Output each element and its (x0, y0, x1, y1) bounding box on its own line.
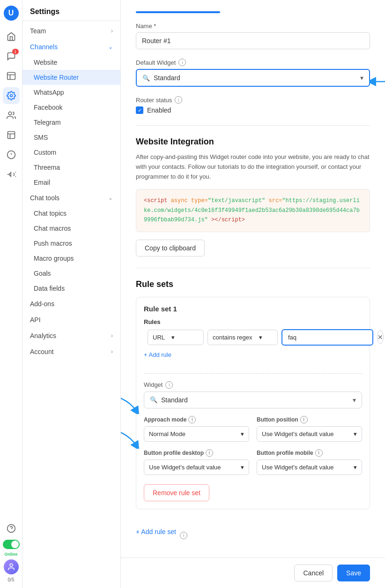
copy-to-clipboard-button[interactable]: Copy to clipboard (136, 240, 205, 256)
sidebar-item-whatsapp[interactable]: WhatsApp (22, 85, 120, 100)
save-button[interactable]: Save (337, 565, 370, 581)
blue-arrow-approach (121, 425, 139, 449)
sidebar-item-goals[interactable]: Goals (22, 266, 120, 281)
add-rule-set-info-icon[interactable]: i (180, 532, 187, 539)
channels-children: Website Website Router WhatsApp Facebook… (22, 55, 120, 190)
remove-rule-set-button[interactable]: Remove rule set (144, 484, 209, 501)
code-tag-close: ></script> (211, 217, 245, 223)
button-profile-mobile-label: Button profile mobile i (257, 449, 362, 457)
nav-megaphone[interactable] (3, 166, 20, 183)
sidebar-item-website-router[interactable]: Website Router (22, 70, 120, 85)
button-profile-desktop-select[interactable]: Use Widget's default value ▾ (144, 460, 249, 475)
approach-mode-label: Approach mode i (144, 416, 249, 423)
approach-mode-info-icon[interactable]: i (188, 416, 196, 423)
chevron-right-icon-analytics: › (111, 332, 113, 339)
divider-1 (136, 125, 370, 126)
sidebar-item-team-label: Team (30, 27, 46, 35)
rule-type-value: URL (153, 334, 165, 341)
dropdown-arrow-widget-select: ▾ (353, 396, 356, 404)
chevron-right-icon-account: › (111, 348, 113, 355)
sidebar-item-sms[interactable]: SMS (22, 130, 120, 145)
nav-ai[interactable] (3, 146, 20, 163)
nav-widget[interactable] (3, 127, 20, 143)
sidebar-item-addons-label: Add-ons (30, 300, 54, 308)
sidebar-item-team[interactable]: Team › (22, 23, 120, 39)
default-widget-select[interactable]: 🔍 Standard ▾ (136, 69, 370, 87)
sidebar-item-chat-macros[interactable]: Chat macros (22, 221, 120, 236)
widget-info-icon[interactable]: i (165, 381, 173, 389)
widget-section: Widget i 🔍 Standard ▾ (144, 381, 362, 475)
button-profile-mobile-select[interactable]: Use Widget's default value ▾ (257, 460, 362, 475)
help-button[interactable] (3, 520, 20, 537)
rule-condition-value: contains regex (213, 334, 252, 341)
rule-row-1: URL ▾ contains regex ▾ ✕ (144, 329, 362, 346)
nav-contacts[interactable] (3, 107, 20, 124)
chevron-right-icon: › (111, 28, 113, 34)
avatar[interactable] (4, 559, 19, 574)
approach-mode-value: Normal Mode (149, 430, 185, 437)
sidebar-item-push-macros[interactable]: Push macros (22, 236, 120, 251)
default-widget-value: Standard (154, 74, 360, 82)
svg-point-2 (8, 112, 12, 115)
name-input[interactable] (136, 32, 370, 49)
sidebar-item-email[interactable]: Email (22, 175, 120, 190)
enabled-label: Enabled (147, 106, 171, 114)
nav-inbox[interactable] (3, 68, 20, 84)
rule-value-input[interactable] (281, 329, 373, 346)
rule-condition-select[interactable]: contains regex ▾ (207, 330, 278, 345)
sidebar-header: Settings (22, 0, 120, 21)
rule-condition-arrow: ▾ (259, 334, 262, 341)
sidebar-item-chat-tools[interactable]: Chat tools ⌄ (22, 190, 120, 206)
button-position-select[interactable]: Use Widget's default value ▾ (257, 426, 362, 442)
sidebar-item-data-fields[interactable]: Data fields (22, 281, 120, 296)
chat-tools-children: Chat topics Chat macros Push macros Macr… (22, 206, 120, 296)
name-label: Name * (136, 23, 370, 30)
widget-select[interactable]: 🔍 Standard ▾ (144, 392, 362, 408)
default-widget-info-icon[interactable]: i (178, 59, 186, 66)
router-status-info-icon[interactable]: i (175, 96, 182, 104)
svg-rect-0 (7, 73, 15, 80)
default-widget-label: Default Widget i (136, 59, 370, 66)
search-icon-widget-select: 🔍 (150, 396, 157, 403)
agent-count: 0/5 (8, 577, 15, 582)
button-position-col: Button position i Use Widget's default v… (257, 416, 362, 442)
sidebar-item-api-label: API (30, 316, 41, 324)
button-position-info-icon[interactable]: i (300, 416, 308, 423)
sidebar-item-chat-tools-label: Chat tools (30, 194, 59, 202)
rule-remove-button[interactable]: ✕ (377, 331, 384, 344)
rule-type-select[interactable]: URL ▾ (148, 330, 204, 345)
add-rule-button[interactable]: + Add rule (144, 349, 171, 360)
enabled-checkbox[interactable] (136, 106, 143, 114)
online-toggle[interactable] (3, 540, 20, 549)
sidebar-item-chat-topics[interactable]: Chat topics (22, 206, 120, 221)
rule-set-1-card: Rule set 1 Rules URL ▾ contains regex ▾ … (136, 297, 370, 509)
chevron-down-icon: ⌄ (108, 44, 113, 50)
button-profile-mobile-value: Use Widget's default value (262, 464, 334, 471)
sidebar-item-api[interactable]: API (22, 312, 120, 328)
nav-chat[interactable]: 1 (3, 48, 20, 65)
sidebar-item-custom[interactable]: Custom (22, 145, 120, 160)
app-logo[interactable]: U (4, 6, 19, 21)
sidebar-item-website[interactable]: Website (22, 55, 120, 70)
sidebar-item-addons[interactable]: Add-ons (22, 296, 120, 312)
button-position-value: Use Widget's default value (262, 430, 334, 437)
sidebar-item-threema[interactable]: Threema (22, 160, 120, 175)
nav-settings[interactable] (3, 87, 20, 104)
cancel-button[interactable]: Cancel (294, 565, 333, 581)
sidebar-item-analytics[interactable]: Analytics › (22, 328, 120, 344)
button-profile-desktop-value: Use Widget's default value (149, 464, 221, 471)
approach-mode-select[interactable]: Normal Mode ▾ (144, 426, 249, 442)
button-profile-desktop-info-icon[interactable]: i (206, 449, 213, 457)
approach-mode-arrow: ▾ (241, 430, 244, 437)
sidebar-item-channels[interactable]: Channels ⌄ (22, 39, 120, 55)
add-rule-set-button[interactable]: + Add rule set (136, 526, 176, 537)
button-profile-mobile-info-icon[interactable]: i (315, 449, 323, 457)
nav-home[interactable] (3, 28, 20, 45)
sidebar-item-telegram[interactable]: Telegram (22, 115, 120, 130)
sidebar-item-account[interactable]: Account › (22, 344, 120, 360)
code-str-type: "text/javascript" (208, 197, 265, 204)
sidebar-item-facebook[interactable]: Facebook (22, 100, 120, 115)
approach-position-row: Approach mode i Normal Mode ▾ Button pos… (144, 416, 362, 442)
sidebar-item-macro-groups[interactable]: Macro groups (22, 251, 120, 266)
status-label: Online (4, 552, 17, 557)
